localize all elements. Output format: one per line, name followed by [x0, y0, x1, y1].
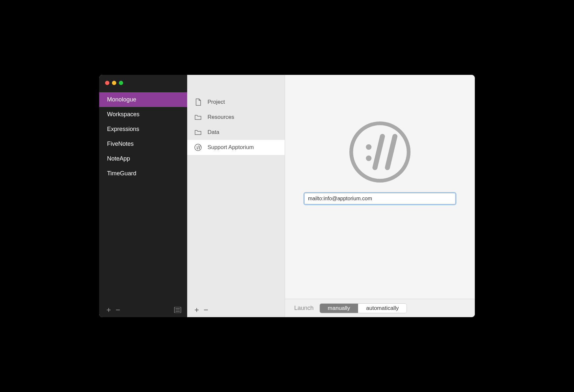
sidebar-item-label: NoteApp: [107, 155, 130, 162]
plus-icon: +: [106, 306, 111, 314]
sidebar-item-label: TimeGuard: [107, 170, 136, 177]
detail-content: [285, 75, 475, 299]
app-window: Monologue Workspaces Expressions FiveNot…: [99, 75, 475, 317]
sidebar-item-workspaces[interactable]: Workspaces: [99, 107, 187, 122]
remove-item-button[interactable]: −: [202, 306, 210, 314]
close-window-button[interactable]: [105, 81, 109, 85]
sidebar-item-fivenotes[interactable]: FiveNotes: [99, 137, 187, 151]
plus-icon: +: [194, 306, 199, 314]
remove-project-button[interactable]: −: [114, 306, 121, 314]
folder-icon: [194, 113, 202, 121]
launch-label: Launch: [294, 305, 314, 312]
item-support-apptorium[interactable]: Support Apptorium: [187, 140, 285, 155]
item-data[interactable]: Data: [187, 125, 285, 140]
item-sidebar-footer: + −: [187, 303, 285, 317]
sidebar-item-timeguard[interactable]: TimeGuard: [99, 166, 187, 181]
item-sidebar: Project Resources Data: [187, 75, 285, 317]
svg-line-12: [375, 137, 383, 168]
add-item-button[interactable]: +: [193, 306, 200, 314]
add-project-button[interactable]: +: [105, 306, 112, 314]
sidebar-item-label: Workspaces: [107, 111, 140, 118]
item-resources[interactable]: Resources: [187, 110, 285, 125]
svg-line-7: [198, 146, 199, 149]
project-settings-button[interactable]: [174, 306, 181, 314]
folder-icon: [194, 128, 202, 137]
svg-line-8: [199, 146, 200, 149]
project-list: Monologue Workspaces Expressions FiveNot…: [99, 89, 187, 303]
svg-line-13: [387, 137, 395, 168]
project-sidebar: Monologue Workspaces Expressions FiveNot…: [99, 75, 187, 317]
sidebar-item-label: Expressions: [107, 126, 139, 132]
svg-point-10: [366, 144, 371, 150]
sidebar-item-label: FiveNotes: [107, 141, 134, 147]
item-label: Data: [208, 129, 219, 136]
sidebar-item-label: Monologue: [107, 96, 136, 103]
segment-manually[interactable]: manually: [320, 304, 358, 313]
document-icon: [194, 98, 202, 106]
item-label: Project: [208, 99, 225, 105]
sidebar-item-expressions[interactable]: Expressions: [99, 122, 187, 137]
minus-icon: −: [116, 306, 120, 314]
item-project[interactable]: Project: [187, 95, 285, 110]
item-list: Project Resources Data: [187, 75, 285, 303]
list-lines-icon: [174, 307, 181, 313]
url-icon: [194, 143, 202, 152]
minimize-window-button[interactable]: [112, 81, 116, 85]
url-input[interactable]: [304, 193, 455, 204]
svg-point-5: [196, 146, 197, 147]
sidebar-item-noteapp[interactable]: NoteApp: [99, 151, 187, 166]
zoom-window-button[interactable]: [119, 81, 123, 85]
launch-segmented-control: manually automatically: [320, 303, 407, 313]
svg-point-6: [196, 148, 197, 148]
segment-automatically[interactable]: automatically: [358, 304, 407, 313]
item-label: Support Apptorium: [208, 144, 254, 151]
item-label: Resources: [208, 114, 234, 120]
window-controls: [99, 75, 187, 89]
url-large-icon: [349, 121, 411, 183]
project-sidebar-footer: + −: [99, 303, 187, 317]
detail-panel: Launch manually automatically: [285, 75, 475, 317]
launch-bar: Launch manually automatically: [285, 299, 475, 317]
sidebar-item-monologue[interactable]: Monologue: [99, 92, 187, 107]
minus-icon: −: [204, 306, 208, 314]
svg-point-11: [366, 155, 371, 161]
